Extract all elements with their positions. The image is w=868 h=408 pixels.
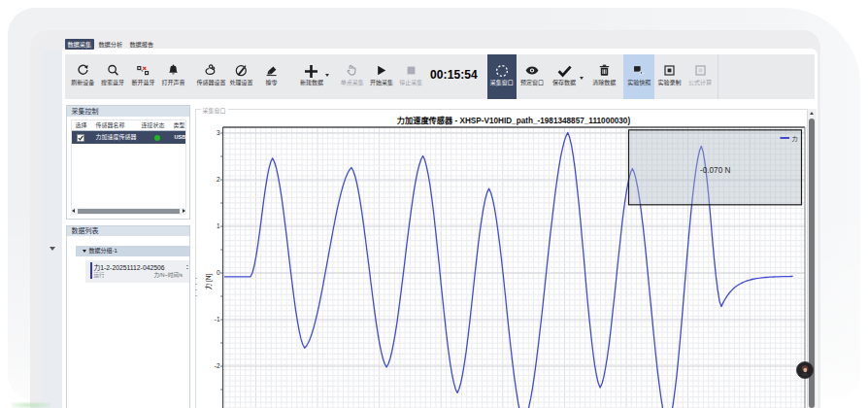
svg-text:2: 2 <box>217 176 220 183</box>
svg-text:-1: -1 <box>215 316 220 323</box>
svg-text:力加速度传感器 - XHSP-V10HID_path_-19: 力加速度传感器 - XHSP-V10HID_path_-1981348857_1… <box>397 116 631 125</box>
svg-text:力 [N]: 力 [N] <box>204 274 213 290</box>
svg-text:1: 1 <box>217 222 220 229</box>
svg-text:-0.070 N: -0.070 N <box>700 166 730 175</box>
svg-text:力: 力 <box>792 135 798 143</box>
svg-text:0: 0 <box>217 269 220 276</box>
svg-text:-2: -2 <box>215 362 220 369</box>
svg-text:3: 3 <box>217 129 220 136</box>
